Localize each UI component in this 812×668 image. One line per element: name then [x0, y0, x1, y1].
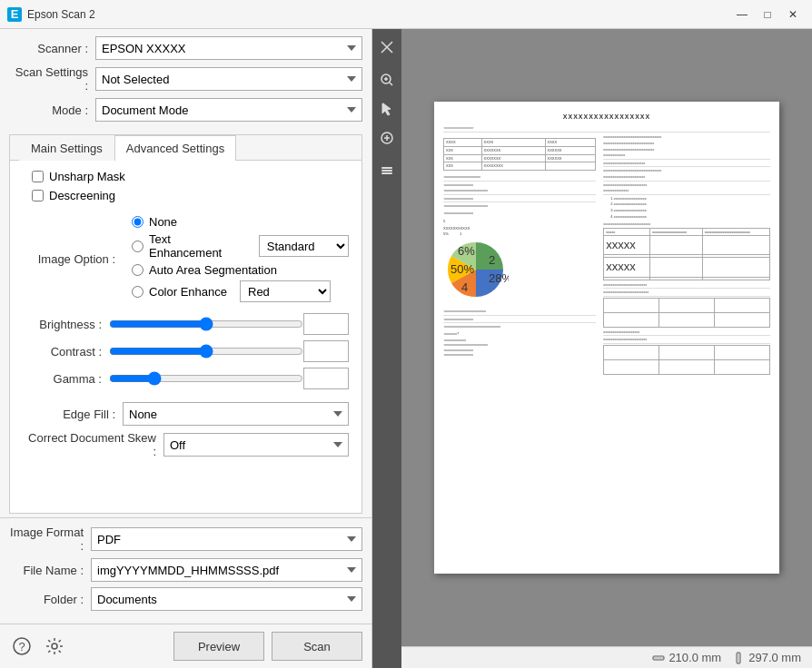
edge-fill-label: Edge Fill : [23, 408, 123, 421]
maximize-button[interactable]: □ [756, 5, 779, 24]
close-preview-button[interactable] [374, 34, 400, 60]
preview-toolbar [372, 29, 401, 668]
pie-chart: 5 XXXXXXXXXXX 5% 1 [443, 219, 509, 307]
left-panel: Scanner : EPSON XXXXX Scan Settings : No… [0, 29, 372, 668]
svg-text:28%: 28% [489, 271, 509, 285]
doc-table-right2 [603, 298, 770, 328]
unsharp-mask-label: Unsharp Mask [49, 170, 125, 183]
settings-preview-button[interactable] [374, 158, 400, 183]
bottom-section: Image Format : PDF File Name : imgYYYYMM… [0, 517, 371, 624]
text-enhancement-select[interactable]: Standard [259, 235, 349, 257]
folder-label: Folder : [9, 593, 91, 606]
form-section: Scanner : EPSON XXXXX Scan Settings : No… [0, 29, 371, 134]
doc-table-right: xxxxx xxxxxxxxxxxxxxxxxxx xxxxxxxxxxxxxx… [603, 228, 770, 280]
brightness-slider[interactable] [109, 318, 303, 330]
file-name-label: File Name : [9, 564, 91, 577]
select-button[interactable] [374, 96, 400, 122]
descreening-row: Descreening [23, 189, 349, 202]
edge-fill-row: Edge Fill : None [23, 402, 349, 426]
scanner-select[interactable]: EPSON XXXXX [95, 36, 362, 60]
window-controls: — □ ✕ [730, 5, 805, 24]
minimize-button[interactable]: — [730, 5, 754, 24]
settings-button[interactable] [42, 634, 67, 659]
image-format-select[interactable]: PDF [91, 527, 362, 551]
image-option-group: None Text Enhancement Standard Auto Area… [123, 215, 349, 302]
action-icons: ? [9, 634, 67, 659]
text-enhancement-label: Text Enhancement [149, 232, 246, 260]
app-title: Epson Scan 2 [27, 8, 730, 21]
add-button[interactable] [374, 125, 400, 151]
status-bar: 210.0 mm 297.0 mm [372, 646, 812, 668]
correct-skew-select[interactable]: Off [163, 433, 349, 457]
file-name-select[interactable]: imgYYYYMMDD_HHMMSSSS.pdf [91, 558, 362, 582]
gamma-slider[interactable] [109, 372, 303, 385]
file-name-row: File Name : imgYYYYMMDD_HHMMSSSS.pdf [9, 558, 362, 582]
action-row: ? Preview Scan [0, 624, 371, 668]
auto-area-segmentation-radio[interactable] [132, 264, 144, 276]
image-format-label: Image Format : [9, 526, 91, 553]
mode-row: Mode : Document Mode [9, 98, 362, 122]
unsharp-mask-row: Unsharp Mask [23, 170, 349, 183]
doc-title: XXXXXXXXXXXXXXXXX [443, 113, 770, 122]
svg-rect-9 [381, 172, 392, 174]
none-radio-label: None [149, 215, 177, 229]
gamma-value[interactable]: 2.2 [303, 368, 349, 389]
contrast-value[interactable]: 0 [303, 340, 349, 362]
color-enhance-radio-row: Color Enhance Red [123, 280, 349, 302]
tab-main-settings[interactable]: Main Settings [19, 135, 114, 161]
right-panel: XXXXXXXXXXXXXXXXX ·xxxxxxxxxxxxxxxx· XXX… [372, 29, 812, 668]
scan-settings-row: Scan Settings : Not Selected [9, 65, 362, 93]
scanner-row: Scanner : EPSON XXXXX [9, 36, 362, 60]
tabs-bar: Main Settings Advanced Settings [10, 135, 361, 161]
color-enhance-radio[interactable] [132, 286, 144, 298]
auto-area-segmentation-radio-row: Auto Area Segmentation [123, 263, 349, 277]
preview-content: XXXXXXXXXXXXXXXXX ·xxxxxxxxxxxxxxxx· XXX… [401, 29, 812, 646]
correct-skew-row: Correct Document Skew : Off [23, 431, 349, 458]
contrast-label: Contrast : [23, 345, 109, 359]
image-format-row: Image Format : PDF [9, 526, 362, 553]
mode-select[interactable]: Document Mode [95, 98, 362, 122]
contrast-slider[interactable] [109, 345, 303, 358]
scan-settings-select[interactable]: Not Selected [95, 67, 362, 91]
tab-advanced-settings[interactable]: Advanced Settings [114, 135, 236, 161]
svg-text:50%: 50% [451, 262, 474, 276]
tabs-container: Main Settings Advanced Settings Unsharp … [9, 134, 362, 514]
edge-fill-select[interactable]: None [123, 402, 349, 426]
descreening-checkbox[interactable] [32, 190, 44, 201]
title-bar: E Epson Scan 2 — □ ✕ [0, 0, 812, 29]
none-radio[interactable] [132, 216, 144, 228]
width-icon [652, 652, 665, 664]
advanced-settings-content: Unsharp Mask Descreening Image Option : … [10, 161, 361, 513]
folder-select[interactable]: Documents [91, 587, 362, 611]
preview-button[interactable]: Preview [173, 632, 264, 661]
doc-table-right3 [603, 345, 770, 375]
brightness-label: Brightness : [23, 318, 109, 331]
doc-table-left: XXXX XXXX XXXX XXX XXXXXXX XXXXXX [443, 138, 596, 170]
text-enhancement-radio[interactable] [132, 241, 144, 252]
brightness-row: Brightness : 0 [23, 313, 349, 335]
app-icon: E [7, 7, 22, 22]
zoom-in-button[interactable] [374, 67, 400, 93]
unsharp-mask-checkbox[interactable] [32, 171, 44, 182]
svg-text:?: ? [18, 640, 25, 653]
scan-button[interactable]: Scan [272, 632, 362, 661]
document-content: XXXXXXXXXXXXXXXXX ·xxxxxxxxxxxxxxxx· XXX… [434, 102, 779, 386]
color-enhance-select[interactable]: Red [240, 280, 331, 302]
doc-right-col: xxxxxxxxxxxxxxxxxxxxxxxxxxxxxxxx xxxxxxx… [603, 134, 770, 375]
descreening-label: Descreening [49, 189, 115, 202]
height-value: 297.0 mm [748, 651, 801, 664]
svg-text:2: 2 [489, 253, 495, 267]
height-status: 297.0 mm [732, 651, 801, 664]
help-button[interactable]: ? [9, 634, 35, 659]
svg-rect-7 [381, 167, 392, 169]
doc-left-col: XXXX XXXX XXXX XXX XXXXXXX XXXXXX [443, 134, 596, 375]
image-option-row: Image Option : None Text Enhancement Sta… [23, 215, 349, 302]
auto-area-segmentation-label: Auto Area Segmentation [149, 263, 277, 277]
brightness-value[interactable]: 0 [303, 313, 349, 335]
svg-rect-8 [381, 170, 392, 172]
chart-area: 5 XXXXXXXXXXX 5% 1 [443, 219, 596, 307]
doc-two-col: XXXX XXXX XXXX XXX XXXXXXX XXXXXX [443, 134, 770, 375]
preview-page: XXXXXXXXXXXXXXXXX ·xxxxxxxxxxxxxxxx· XXX… [434, 102, 779, 574]
close-button[interactable]: ✕ [781, 5, 805, 24]
main-container: Scanner : EPSON XXXXX Scan Settings : No… [0, 29, 812, 668]
